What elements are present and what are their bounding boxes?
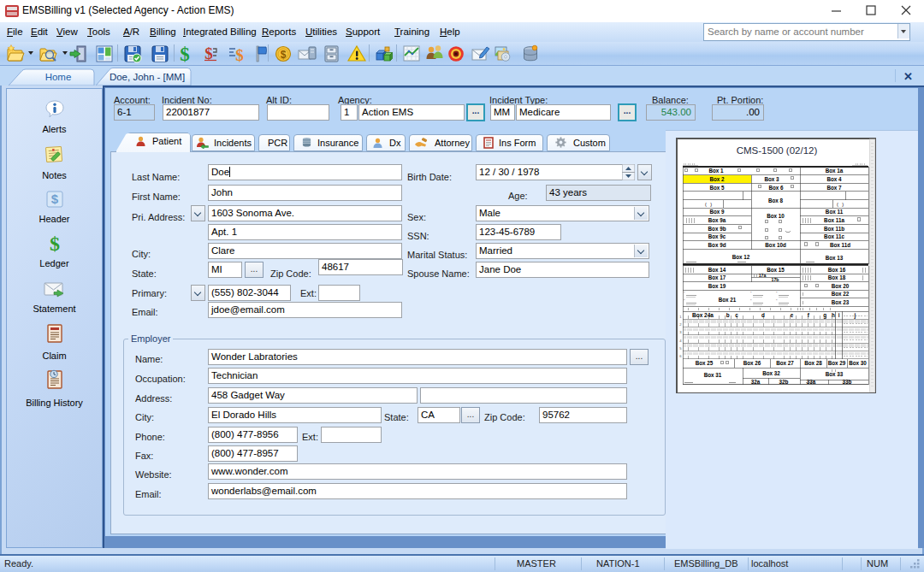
svg-text:c: c xyxy=(735,312,738,318)
svg-text:Box 21: Box 21 xyxy=(719,297,737,303)
svg-text:$: $ xyxy=(281,49,287,61)
svg-text:Box 22: Box 22 xyxy=(832,291,850,297)
svg-text:17a: 17a xyxy=(759,273,767,278)
svg-text:Box 11b: Box 11b xyxy=(824,226,844,232)
svg-text:Box 10d: Box 10d xyxy=(765,242,786,248)
svg-text:Box 5: Box 5 xyxy=(709,185,725,191)
svg-text:Box 16: Box 16 xyxy=(828,267,846,273)
svg-text:i: i xyxy=(838,312,840,318)
svg-text:Doe, John - [MM]: Doe, John - [MM] xyxy=(110,72,185,82)
svg-text:Box 8: Box 8 xyxy=(768,198,784,203)
svg-text:Box 1: Box 1 xyxy=(708,168,724,174)
svg-text:Box 9a: Box 9a xyxy=(708,217,726,223)
svg-text:h: h xyxy=(832,312,835,318)
svg-text:Box 9d: Box 9d xyxy=(708,242,726,248)
svg-text:Box 15: Box 15 xyxy=(767,267,785,273)
svg-text:Box 3: Box 3 xyxy=(764,176,779,182)
svg-text:Box 27: Box 27 xyxy=(776,360,794,366)
svg-text:Box 9c: Box 9c xyxy=(708,233,726,239)
svg-text:Box 18: Box 18 xyxy=(828,274,846,280)
svg-text:Home: Home xyxy=(45,72,72,82)
svg-text:Box 32: Box 32 xyxy=(762,370,780,376)
svg-text:Box 2: Box 2 xyxy=(709,176,725,182)
svg-text:Box 10: Box 10 xyxy=(767,213,785,219)
svg-text:Box 19: Box 19 xyxy=(708,283,726,289)
svg-text:Box 28: Box 28 xyxy=(804,360,822,366)
svg-text:Box 11: Box 11 xyxy=(826,209,844,215)
svg-text:b: b xyxy=(726,312,730,318)
svg-text:Box 12: Box 12 xyxy=(732,254,750,260)
svg-text:$: $ xyxy=(235,46,244,63)
svg-text:Box 31: Box 31 xyxy=(704,372,722,378)
svg-text:Box 6: Box 6 xyxy=(768,185,784,191)
svg-text:Box 11a: Box 11a xyxy=(824,217,844,223)
svg-text:d: d xyxy=(761,312,765,318)
svg-text:Box 11c: Box 11c xyxy=(824,233,844,239)
svg-text:Box 17: Box 17 xyxy=(708,274,726,280)
svg-text:Box 30: Box 30 xyxy=(849,360,867,366)
svg-text:Box 11d: Box 11d xyxy=(830,242,850,248)
svg-text:Box 9: Box 9 xyxy=(709,209,725,215)
svg-text:Box 29: Box 29 xyxy=(828,360,846,366)
svg-text:Box 14: Box 14 xyxy=(708,267,726,273)
svg-text:Box 26: Box 26 xyxy=(743,360,761,366)
svg-text:33b: 33b xyxy=(843,379,852,385)
svg-text:Box 24a: Box 24a xyxy=(692,312,714,318)
svg-text:g: g xyxy=(823,312,826,319)
svg-text:e: e xyxy=(791,312,794,318)
svg-text:32b: 32b xyxy=(779,379,789,385)
svg-text:$: $ xyxy=(50,192,58,206)
svg-text:Box 7: Box 7 xyxy=(826,185,842,191)
svg-text:17b: 17b xyxy=(772,277,779,282)
svg-text:Box 20: Box 20 xyxy=(832,283,850,289)
svg-text:$: $ xyxy=(50,233,60,255)
svg-text:Box 1a: Box 1a xyxy=(826,168,844,174)
svg-text:Box 9b: Box 9b xyxy=(708,226,726,232)
svg-text:( ): ( ) xyxy=(837,202,844,207)
svg-text:32a: 32a xyxy=(751,379,761,385)
svg-text:Box 25: Box 25 xyxy=(696,360,714,366)
svg-text:Box 4: Box 4 xyxy=(826,176,842,182)
svg-text:Box 13: Box 13 xyxy=(826,255,844,261)
svg-text:33a: 33a xyxy=(807,379,816,385)
svg-text:( ): ( ) xyxy=(705,202,712,207)
svg-text:$: $ xyxy=(204,44,213,62)
svg-text:Box 33: Box 33 xyxy=(826,371,844,377)
svg-text:CMS-1500 (02/12): CMS-1500 (02/12) xyxy=(737,145,818,156)
svg-text:$: $ xyxy=(180,44,190,65)
svg-text:Box 23: Box 23 xyxy=(832,299,850,305)
svg-text:j: j xyxy=(854,312,856,319)
